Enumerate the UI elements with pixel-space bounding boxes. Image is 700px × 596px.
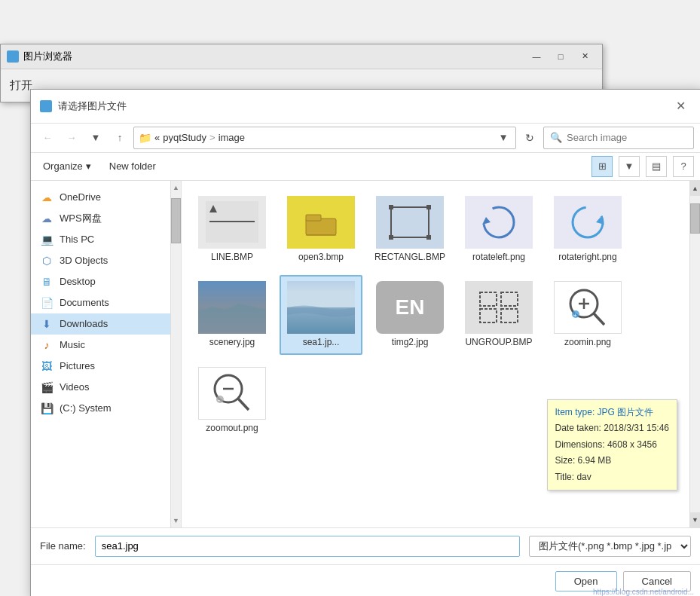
dialog-icon [40, 100, 52, 112]
file-area: LINE.BMP [182, 181, 700, 527]
back-icon: ← [43, 132, 53, 143]
dialog-title: 请选择图片文件 [58, 99, 127, 113]
sidebar-scroll-up[interactable]: ▲ [173, 181, 179, 194]
file-item-sea1-jpg[interactable]: sea1.jp... [280, 275, 362, 355]
organize-arrow-icon: ▾ [86, 160, 91, 172]
bg-maximize-button[interactable]: □ [549, 49, 572, 64]
sidebar-scroll-down[interactable]: ▼ [173, 514, 179, 527]
svg-rect-10 [389, 235, 393, 240]
sidebar-item-desktop[interactable]: 🖥 Desktop [31, 271, 181, 292]
sidebar-item-label-3d: 3D Objects [60, 255, 108, 266]
file-thumbnail-rectangl-bmp [376, 196, 444, 249]
breadcrumb[interactable]: 📁 « pyqtStudy > image ▼ [133, 127, 516, 149]
thumb-rotateleft-png [465, 196, 533, 249]
bg-minimize-button[interactable]: — [525, 49, 548, 64]
svg-text:+: + [573, 312, 577, 319]
help-button[interactable]: ? [673, 156, 694, 177]
refresh-button[interactable]: ↻ [519, 127, 540, 148]
main-content: ▲ ▼ ☁ OneDrive ☁ WPS网盘 💻 This PC [31, 181, 700, 527]
thumb-rotateright-png [554, 196, 622, 249]
forward-icon: → [67, 132, 77, 143]
view-icons-icon: ⊞ [598, 160, 607, 172]
file-item-scenery-jpg[interactable]: scenery.jpg [191, 275, 274, 355]
onedrive-icon: ☁ [40, 191, 53, 204]
wps-icon: ☁ [40, 212, 53, 225]
sidebar-item-videos[interactable]: 🎬 Videos [31, 377, 181, 398]
tooltip-date-label: Date taken: [555, 423, 601, 433]
forward-button[interactable]: → [61, 127, 82, 148]
dialog-close-button[interactable]: ✕ [670, 96, 691, 117]
grid-scroll-down-button[interactable]: ▼ [690, 512, 700, 527]
sidebar-item-onedrive[interactable]: ☁ OneDrive [31, 187, 181, 208]
system-icon: 💾 [40, 402, 53, 415]
back-button[interactable]: ← [37, 127, 58, 148]
file-item-open3-bmp[interactable]: open3.bmp [280, 190, 362, 270]
tooltip-title-value: dav [576, 472, 591, 482]
dialog-titlebar: 请选择图片文件 ✕ [31, 90, 700, 124]
sidebar-item-wps[interactable]: ☁ WPS网盘 [31, 208, 181, 229]
sidebar-item-label-documents: Documents [60, 297, 109, 308]
tooltip-dimensions: Dimensions: 4608 x 3456 [555, 437, 669, 454]
search-input[interactable] [567, 132, 687, 143]
sidebar-item-label-pictures: Pictures [60, 360, 95, 371]
view-dropdown-icon: ▼ [625, 160, 634, 172]
up-button[interactable]: ↑ [109, 127, 130, 148]
file-name-zoomin-png: zoomin.png [564, 337, 611, 349]
breadcrumb-path: pyqtStudy [163, 132, 206, 143]
videos-icon: 🎬 [40, 381, 53, 394]
file-name-rotateleft-png: rotateleft.png [472, 252, 525, 264]
filename-input[interactable] [95, 536, 520, 557]
file-thumbnail-zoomin-png: + [554, 281, 622, 334]
sidebar-item-label-thispc: This PC [60, 234, 94, 245]
file-name-rotateright-png: rotateright.png [558, 252, 616, 264]
sidebar-scroll-thumb[interactable] [171, 198, 181, 243]
breadcrumb-dropdown-button[interactable]: ▼ [496, 130, 511, 145]
file-item-timg2-jpg[interactable]: EN timg2.jpg [368, 275, 451, 355]
file-name-open3-bmp: open3.bmp [298, 252, 344, 264]
sidebar-item-downloads[interactable]: ⬇ Downloads [31, 313, 181, 335]
organize-label: Organize [43, 160, 83, 172]
pictures-icon: 🖼 [40, 359, 53, 373]
sidebar-item-thispc[interactable]: 💻 This PC [31, 229, 181, 250]
bg-close-button[interactable]: ✕ [573, 49, 596, 64]
file-item-rotateright-png[interactable]: rotateright.png [546, 190, 629, 270]
bg-window-text: 打开 [10, 78, 32, 91]
file-item-zoomin-png[interactable]: + zoomin.png [546, 275, 629, 355]
grid-scroll-thumb[interactable] [690, 203, 700, 234]
organize-button[interactable]: Organize ▾ [37, 157, 97, 175]
svg-rect-16 [287, 281, 355, 307]
up-icon: ↑ [118, 132, 123, 143]
thispc-icon: 💻 [40, 233, 53, 246]
sidebar-item-3dobjects[interactable]: ⬡ 3D Objects [31, 250, 181, 271]
chevron-down-icon: ▼ [91, 132, 101, 143]
cancel-button[interactable]: Cancel [623, 571, 691, 591]
filetype-select[interactable]: 图片文件(*.png *.bmp *.jpg *.jp [529, 536, 691, 557]
sidebar-item-documents[interactable]: 📄 Documents [31, 292, 181, 313]
file-item-line-bmp[interactable]: LINE.BMP [191, 190, 274, 270]
sidebar: ▲ ▼ ☁ OneDrive ☁ WPS网盘 💻 This PC [31, 181, 182, 527]
new-folder-label: New folder [109, 160, 156, 172]
file-thumbnail-zoomout-png: - [198, 367, 266, 420]
tooltip-title: Title: dav [555, 469, 669, 486]
file-thumbnail-open3-bmp [287, 196, 355, 249]
file-item-rectangl-bmp[interactable]: RECTANGL.BMP [368, 190, 451, 270]
open-button[interactable]: Open [555, 571, 617, 591]
new-folder-button[interactable]: New folder [103, 157, 162, 175]
view-dropdown-button[interactable]: ▼ [619, 156, 640, 177]
grid-scroll-up-button[interactable]: ▲ [690, 181, 700, 196]
svg-text:-: - [218, 396, 220, 404]
view-details-button[interactable]: ▤ [646, 156, 667, 177]
svg-rect-11 [426, 235, 431, 240]
sidebar-item-music[interactable]: ♪ Music [31, 335, 181, 356]
sidebar-item-system[interactable]: 💾 (C:) System [31, 398, 181, 419]
sidebar-item-label-onedrive: OneDrive [60, 191, 101, 203]
tooltip-title-label: Title: [555, 472, 575, 482]
view-icons-button[interactable]: ⊞ [591, 156, 613, 177]
sidebar-item-pictures[interactable]: 🖼 Pictures [31, 356, 181, 377]
file-item-ungroup-bmp[interactable]: UNGROUP.BMP [457, 275, 540, 355]
history-dropdown-button[interactable]: ▼ [85, 127, 106, 148]
bg-window-icon [7, 50, 19, 63]
file-item-rotateleft-png[interactable]: rotateleft.png [457, 190, 540, 270]
bottom-bar: File name: 图片文件(*.png *.bmp *.jpg *.jp [31, 527, 700, 564]
file-item-zoomout-png[interactable]: - zoomout.png [191, 361, 274, 441]
